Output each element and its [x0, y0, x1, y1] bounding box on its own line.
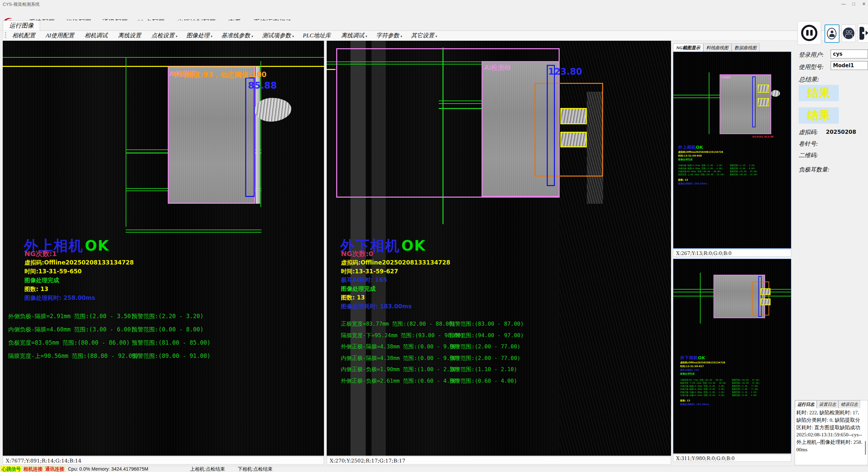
users-group-icon — [843, 28, 854, 39]
toolbar-item-label: 字符参数 — [376, 32, 399, 39]
title-bar: CYS-视觉检测系统 — □ ✕ — [0, 0, 868, 8]
measurement-row: 负极宽度=83.05mm 范围:(80.00 - 86.00)预警范围:(81.… — [3, 339, 324, 352]
measurement-text: 隔膜宽度-上=90.56mm 范围:(88.00 - 92.00) — [678, 173, 724, 176]
camera-name: 外下相机 — [680, 355, 698, 360]
process-done: 图像处理完成 — [678, 158, 692, 161]
ai-box-label: AI检测框 — [721, 76, 731, 79]
warn-range-text: 预警范围:(2.00 - 77.00) — [450, 343, 521, 350]
capture-time: 时间:13-31-59-627 — [680, 365, 704, 368]
camera-view-upper-outer[interactable]: AI检测框 平均阈值:93，动态阈值:100 85.88 外上相机OK NG次数… — [3, 41, 324, 456]
measure-value: 123.80 — [548, 67, 582, 77]
tab-settings-log[interactable]: 设置日志 — [817, 400, 838, 408]
user-button[interactable] — [825, 24, 839, 43]
guide-line — [126, 57, 126, 227]
measure-rect-blue — [547, 65, 555, 186]
toolbar-item-label: 相机调试 — [85, 32, 108, 39]
toolbar: 相机配置 AI使用配置 相机调试 离线设置 点检设置▾ 图像处理▾ 基准线参数▾… — [3, 31, 866, 41]
virtual-code-label: 虚拟码: — [799, 128, 818, 136]
measure-rect-blue — [245, 77, 255, 197]
login-user-label: 登录用户: — [799, 51, 824, 59]
mini-view-upper[interactable]: AI检测框 XS:6161 ALS:98 外上相机OK 虚拟码:Offline2… — [673, 52, 791, 249]
toolbar-item[interactable]: 字符参数▾ — [372, 31, 406, 41]
toolbar-item[interactable]: 相机调试 — [81, 31, 113, 41]
close-button[interactable]: ✕ — [859, 1, 868, 7]
exit-button[interactable] — [858, 24, 868, 43]
toolbar-grip[interactable] — [5, 32, 6, 39]
toolbar-item[interactable]: 其它设置▾ — [407, 31, 441, 41]
process-time: 图像处理耗时: 183.00ms — [680, 403, 709, 406]
pixel-coords-upper: X:7677;Y:891;R:14;G:14;B:14 — [3, 456, 324, 465]
toolbar-item-label: PLC地址库 — [303, 32, 331, 39]
measurement-row: 外侧正极-负极=2.61mm 范围:(0.60 - 4.00)预警范围:(0.6… — [680, 394, 789, 397]
lower-camera-status: 下相机:点检结束 — [238, 466, 272, 472]
tab-run-image[interactable]: 运行图像 — [3, 20, 40, 31]
tab-strip-curve[interactable]: 料线曲线图 — [703, 43, 731, 52]
warn-range-text: 预警范围:(0.00 - 8.00) — [132, 326, 203, 333]
process-time: 图像处理耗时: 258.00ms — [678, 182, 707, 185]
toolbar-item[interactable]: 离线调试▾ — [337, 31, 371, 41]
log-content: 耗时: 222, 缺陷检测耗时: 17, 缺陷分类耗时: 0, 缺陷提取分区耗时… — [796, 409, 863, 464]
users-group-button[interactable] — [842, 24, 856, 42]
cpu-memory-status: Cpu: 0.0% Memory: 3424.41796875M — [68, 466, 148, 472]
camera-view-lower-outer[interactable]: AI检测框 123.80 外下相机OK NG次数:0 虚拟码:Offline20… — [327, 41, 671, 456]
log-scrollbar[interactable] — [865, 441, 866, 455]
tab-ng-screenshot[interactable]: NG截图显示 — [673, 43, 703, 52]
measurement-text: 外侧负极-隔膜=2.91mm 范围:(2.00 - 3.50) — [678, 164, 723, 167]
pixel-coords-mini-lower: X:311;Y:980;R:0;G:0;B:0 — [673, 454, 791, 462]
toolbar-item[interactable]: 图像处理▾ — [183, 31, 216, 41]
toolbar-item[interactable]: 相机配置 — [8, 31, 40, 41]
frame-count: 图数: 13 — [678, 178, 688, 182]
measurement-row: 外侧正极-隔膜=4.38mm 范围:(0.00 - 9.00)预警范围:(2.0… — [327, 343, 671, 355]
toolbar-item[interactable]: 基准线参数▾ — [218, 31, 257, 41]
virtual-code: 虚拟码:Offline20250208133134728 — [680, 361, 725, 364]
toolbar-item-label: 离线调试 — [341, 32, 364, 39]
warn-range-text: 预警范围:(2.00 - 77.00) — [450, 355, 521, 362]
measurement-row: 内侧负极-隔膜=4.60mm 范围:(3.00 - 6.00)预警范围:(0.0… — [3, 326, 324, 339]
model-field[interactable]: Model1 — [831, 61, 868, 70]
tab-error-log[interactable]: 错误日志 — [838, 400, 860, 408]
measurement-text: 外侧正极-负极=2.61mm 范围:(0.60 - 4.00) — [341, 378, 460, 385]
toolbar-item-label: 图像处理 — [186, 32, 210, 39]
total-result-label: 总结果: — [799, 75, 819, 84]
warn-range-text: 预警范围:(2.20 - 3.20) — [132, 312, 203, 320]
process-done: 图像处理完成 — [24, 276, 59, 284]
minimize-button[interactable]: — — [839, 1, 848, 7]
pause-button[interactable] — [797, 21, 821, 45]
heartbeat-indicator: 心跳信号 — [1, 466, 22, 472]
toolbar-item[interactable]: AI使用配置 — [42, 31, 79, 41]
tab-detect-box — [560, 108, 587, 124]
camera-status: OK — [696, 145, 703, 150]
app-window: { "window": { "title": "CYS-视觉检测系统", "co… — [0, 0, 868, 472]
threshold-label: 平均阈值:93，动态阈值:100 — [172, 70, 267, 79]
menu-bar: 系统配置 相机配置 通讯配置 IO卡配置▾ 光源控制配置▾ 查看▾ 系统语言切换 — [0, 8, 868, 20]
measurement-text: 内侧负极-隔膜=4.60mm 范围:(3.00 - 6.00) — [678, 167, 723, 170]
chevron-down-icon: ▾ — [211, 35, 213, 38]
tab-data-curve[interactable]: 数据曲线图 — [731, 43, 760, 52]
measurement-row: 外侧正极-隔膜=4.38mm 范围:(0.00 - 9.00)预警范围:(2.0… — [680, 385, 789, 388]
measurement-row: 外侧负极-隔膜=2.91mm 范围:(2.00 - 3.50)预警范围:(2.2… — [678, 164, 790, 167]
toolbar-item[interactable]: 离线设置 — [114, 31, 146, 41]
login-user-field[interactable]: cys — [831, 50, 868, 58]
process-time: 图像处理耗时: 258.00ms — [24, 294, 95, 302]
baseline-yellow — [3, 66, 324, 67]
measurement-text: 内侧正极-隔膜=4.38mm 范围:(0.00 - 9.00) — [341, 355, 460, 362]
toolbar-item[interactable]: 点检设置▾ — [148, 31, 181, 41]
warn-range-text: 预警范围:(89.00 - 91.00) — [132, 352, 211, 360]
toolbar-item-label: 测试项参数 — [262, 32, 291, 39]
maximize-button[interactable]: □ — [849, 1, 858, 7]
toolbar-item[interactable]: 测试项参数▾ — [258, 31, 298, 41]
negative-tab-count-label: 负极耳数量: — [799, 166, 830, 174]
toolbar-item[interactable]: PLC地址库 — [299, 31, 336, 41]
measure-rect-blue — [752, 76, 756, 127]
ng-count: NG次数:1 — [24, 249, 57, 258]
measurement-row: 内侧正极-隔膜=4.38mm 范围:(0.00 - 9.00)预警范围:(2.0… — [680, 388, 789, 391]
user-icon — [827, 28, 836, 39]
capture-time: 时间:13-31-59-650 — [678, 154, 702, 158]
measurement-row: 内侧正极-隔膜=4.38mm 范围:(0.00 - 9.00)预警范围:(2.0… — [327, 355, 671, 366]
ai-time: 极耳AI耗时: 165 — [680, 368, 699, 372]
mini-view-lower[interactable]: 外下相机OK 虚拟码:Offline20250208133134728 时间:1… — [673, 259, 791, 454]
tab-detect-box — [560, 132, 587, 147]
measurement-row: 内侧正极-负极=1.90mm 范围:(1.00 - 2.20)预警范围:(1.1… — [327, 366, 671, 378]
toolbar-item-label: 离线设置 — [118, 32, 141, 39]
tab-run-log[interactable]: 运行日志 — [795, 400, 817, 408]
